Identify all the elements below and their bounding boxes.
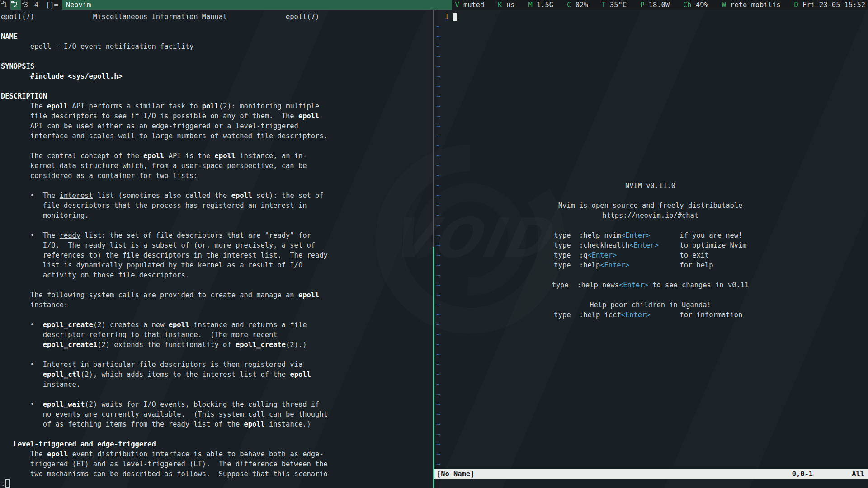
man-line: descriptor referring to that instance. (… bbox=[1, 330, 328, 340]
tilde-row: ~ bbox=[436, 340, 868, 350]
desktop: VOID 1234 []= Neovim V mutedK usM 1.5GC … bbox=[0, 0, 868, 488]
man-line: Level-triggered and edge-triggered bbox=[1, 439, 328, 449]
tilde-row: ~ bbox=[436, 409, 868, 419]
man-line: The epoll event distribution interface i… bbox=[1, 449, 328, 459]
tilde-row: ~ bbox=[436, 439, 868, 449]
intro-line: https://neovim.io/#chat bbox=[434, 211, 866, 221]
tilde-row: ~ bbox=[436, 22, 868, 32]
tilde-row: ~ bbox=[436, 91, 868, 101]
top-bar: 1234 []= Neovim V mutedK usM 1.5GC 02%T … bbox=[0, 0, 868, 10]
man-line bbox=[1, 181, 328, 191]
man-line bbox=[1, 310, 328, 320]
man-line: no events are currently available. (This… bbox=[1, 409, 328, 419]
nvim-line-1: 1 bbox=[436, 12, 868, 22]
tag-bar: 1234 bbox=[0, 0, 42, 10]
statusline-buffer-name: [No Name] bbox=[434, 470, 474, 478]
tag-2[interactable]: 2 bbox=[10, 0, 21, 10]
man-line: kernel data structure which, from a user… bbox=[1, 161, 328, 171]
tilde-row: ~ bbox=[436, 42, 868, 52]
tilde-row: ~ bbox=[436, 71, 868, 81]
tilde-row: ~ bbox=[436, 131, 868, 141]
status-item-v: V muted bbox=[455, 0, 484, 10]
tilde-row: ~ bbox=[436, 350, 868, 360]
man-line: NAME bbox=[1, 32, 328, 42]
tilde-row: ~ bbox=[436, 429, 868, 439]
man-page-text: epoll(7) Miscellaneous Information Manua… bbox=[1, 12, 328, 479]
intro-line bbox=[434, 270, 866, 280]
man-line bbox=[1, 221, 328, 230]
man-line: • epoll_wait(2) waits for I/O events, bl… bbox=[1, 399, 328, 409]
tilde-row: ~ bbox=[436, 380, 868, 389]
man-line bbox=[1, 389, 328, 399]
intro-line: type :help<Enter> for help bbox=[434, 260, 866, 270]
man-line: interface and scales well to large numbe… bbox=[1, 131, 328, 141]
status-item-p: P 18.0W bbox=[640, 0, 670, 10]
tilde-row: ~ bbox=[436, 459, 868, 469]
man-line bbox=[1, 141, 328, 151]
man-line: triggered (ET) and as level-triggered (L… bbox=[1, 459, 328, 469]
status-item-k: K us bbox=[498, 0, 514, 10]
man-line: • epoll_create(2) creates a new epoll in… bbox=[1, 320, 328, 330]
man-line: instance: bbox=[1, 300, 328, 310]
status-item-t: T 35°C bbox=[601, 0, 627, 10]
man-line: #include <sys/epoll.h> bbox=[1, 71, 328, 81]
status-area: V mutedK usM 1.5GC 02%T 35°CP 18.0WCh 49… bbox=[452, 0, 868, 10]
line-number: 1 bbox=[436, 13, 449, 21]
man-line: SYNOPSIS bbox=[1, 61, 328, 71]
intro-line: type :help iccf<Enter> for information bbox=[434, 310, 866, 320]
tag-indicator bbox=[11, 1, 14, 3]
pager-prompt[interactable]: : bbox=[1, 479, 10, 488]
man-line bbox=[1, 350, 328, 360]
man-line: instance. bbox=[1, 380, 328, 389]
man-line: The following system calls are provided … bbox=[1, 290, 328, 300]
status-item-d: D Fri 23-05 15:52 bbox=[794, 0, 865, 10]
man-line: of as fetching items from the ready list… bbox=[1, 419, 328, 429]
statusline-ruler: 0,0-1 bbox=[792, 469, 813, 479]
intro-line: Nvim is open source and freely distribut… bbox=[434, 201, 866, 211]
intro-line: NVIM v0.11.0 bbox=[434, 181, 866, 191]
intro-line bbox=[434, 191, 866, 201]
man-line bbox=[1, 81, 328, 91]
layout-symbol[interactable]: []= bbox=[42, 0, 62, 10]
man-line: file descriptors to see if I/O is possib… bbox=[1, 111, 328, 121]
man-line: epoll - I/O event notification facility bbox=[1, 42, 328, 52]
tilde-row: ~ bbox=[436, 330, 868, 340]
man-line: DESCRIPTION bbox=[1, 91, 328, 101]
intro-line: type :help nvim<Enter> if you are new! bbox=[434, 230, 866, 240]
man-line: The central concept of the epoll API is … bbox=[1, 151, 328, 161]
tilde-row: ~ bbox=[436, 121, 868, 131]
tilde-row: ~ bbox=[436, 320, 868, 330]
tilde-row: ~ bbox=[436, 419, 868, 429]
tilde-row: ~ bbox=[436, 171, 868, 181]
man-line: references to) the file descriptors in t… bbox=[1, 250, 328, 260]
man-line: API can be used either as an edge-trigge… bbox=[1, 121, 328, 131]
tilde-row: ~ bbox=[436, 52, 868, 61]
tilde-row: ~ bbox=[436, 389, 868, 399]
intro-line: type :help news<Enter> to see changes in… bbox=[434, 280, 866, 290]
nvim-intro: NVIM v0.11.0Nvim is open source and free… bbox=[434, 181, 866, 320]
man-line: epoll(7) Miscellaneous Information Manua… bbox=[1, 12, 328, 22]
man-line: • The ready list: the set of file descri… bbox=[1, 230, 328, 240]
tag-3[interactable]: 3 bbox=[21, 0, 31, 10]
man-line: two mechanisms can be described as follo… bbox=[1, 469, 328, 479]
tilde-row: ~ bbox=[436, 101, 868, 111]
intro-line bbox=[434, 290, 866, 300]
tilde-row: ~ bbox=[436, 370, 868, 380]
tag-indicator bbox=[1, 1, 4, 4]
status-item-c: C 02% bbox=[567, 0, 588, 10]
tag-4[interactable]: 4 bbox=[31, 0, 42, 10]
cursor-block bbox=[453, 13, 457, 21]
tilde-row: ~ bbox=[436, 32, 868, 42]
man-line: epoll_create1(2) extends the functionali… bbox=[1, 340, 328, 350]
statusline-scroll-position: All bbox=[852, 469, 864, 479]
tag-1[interactable]: 1 bbox=[0, 0, 10, 10]
tilde-row: ~ bbox=[436, 141, 868, 151]
intro-line bbox=[434, 221, 866, 230]
nvim-statusline: [No Name] 0,0-1 All bbox=[434, 469, 868, 479]
tilde-row: ~ bbox=[436, 360, 868, 370]
intro-line: type :q<Enter> to exit bbox=[434, 250, 866, 260]
man-line: considered as a container for two lists: bbox=[1, 171, 328, 181]
man-line: • The interest list (sometimes also call… bbox=[1, 191, 328, 201]
focused-window-title: Neovim bbox=[62, 0, 453, 10]
man-line bbox=[1, 52, 328, 61]
